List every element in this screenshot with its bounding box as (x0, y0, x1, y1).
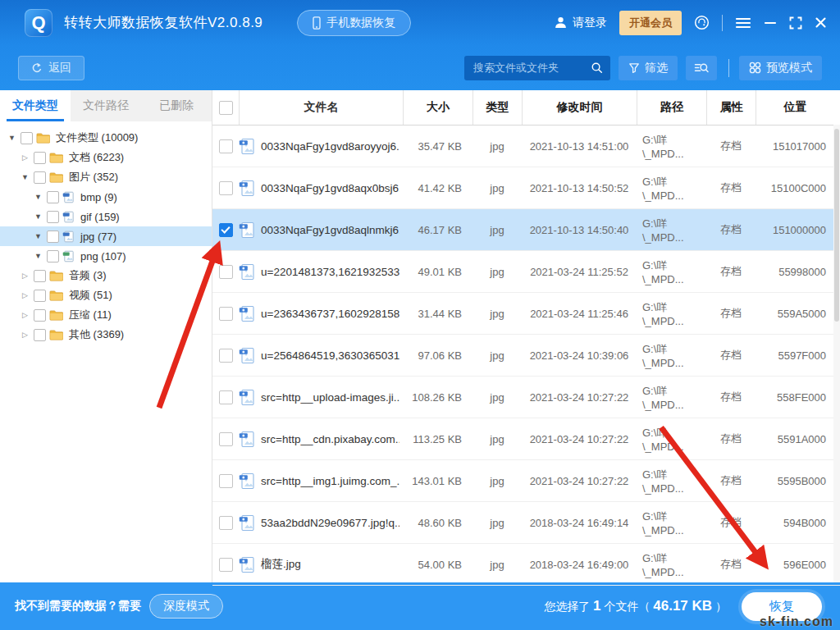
vertical-scrollbar[interactable] (833, 125, 840, 582)
table-row[interactable]: src=http__upload-images.ji...108.26 KBjp… (212, 377, 840, 418)
image-file-icon (62, 211, 75, 223)
tree-checkbox[interactable] (34, 171, 46, 184)
preview-mode-button[interactable]: 预览模式 (739, 56, 822, 80)
collapse-icon[interactable]: ▼ (33, 212, 43, 221)
cell-size: 113.25 KB (403, 418, 472, 459)
jpg-file-icon (239, 472, 254, 490)
tree-checkbox[interactable] (34, 270, 46, 282)
table-row[interactable]: src=http__cdn.pixabay.com...113.25 KBjpg… (212, 418, 840, 460)
tree-checkbox[interactable] (47, 211, 59, 223)
tab-file-path[interactable]: 文件路径 (71, 90, 141, 121)
minimize-button[interactable] (764, 16, 777, 30)
collapse-icon[interactable]: ▼ (33, 232, 43, 240)
table-row[interactable]: src=http__img1.juimg.com_...143.01 KBjpg… (212, 460, 840, 502)
collapse-icon[interactable]: ▼ (33, 252, 43, 260)
tree-item-gif[interactable]: ▼gif (159) (0, 207, 212, 226)
row-checkbox[interactable] (219, 223, 233, 237)
cell-type: jpg (472, 418, 522, 459)
table-row[interactable]: 0033NqaFgy1gvd8aroyyoj6...35.47 KBjpg202… (212, 126, 840, 167)
maximize-button[interactable] (789, 16, 802, 30)
column-header-filename[interactable]: 文件名 (239, 90, 403, 125)
column-header-attribute[interactable]: 属性 (706, 90, 756, 125)
vip-button[interactable]: 开通会员 (619, 11, 682, 35)
menu-icon[interactable] (735, 16, 751, 30)
column-header-path[interactable]: 路径 (637, 90, 706, 125)
select-all-checkbox[interactable] (219, 101, 233, 115)
row-checkbox[interactable] (219, 390, 233, 404)
deep-mode-button[interactable]: 深度模式 (149, 594, 223, 619)
tree-item-audio[interactable]: ▷音频 (3) (0, 266, 212, 285)
column-header-size[interactable]: 大小 (403, 90, 472, 125)
collapse-icon[interactable]: ▼ (20, 173, 30, 181)
close-button[interactable] (815, 16, 827, 29)
tree-checkbox[interactable] (34, 329, 46, 341)
row-checkbox[interactable] (219, 307, 233, 321)
jpg-file-icon (239, 347, 254, 364)
row-checkbox[interactable] (219, 432, 233, 446)
row-checkbox-cell (212, 251, 239, 292)
tree-item-other[interactable]: ▷其他 (3369) (0, 325, 212, 345)
back-button[interactable]: 返回 (18, 56, 84, 80)
customer-service-icon[interactable] (694, 15, 710, 30)
expand-icon[interactable]: ▷ (20, 153, 30, 162)
tab-file-type[interactable]: 文件类型 (0, 90, 71, 121)
table-body: 0033NqaFgy1gvd8aroyyoj6...35.47 KBjpg202… (212, 126, 840, 586)
phone-recovery-button[interactable]: 手机数据恢复 (297, 10, 411, 36)
row-checkbox[interactable] (219, 181, 233, 195)
tree-item-file-types[interactable]: ▼文件类型 (10009) (0, 128, 212, 148)
cell-modified: 2021-03-24 10:27:22 (522, 460, 637, 501)
expand-icon[interactable]: ▷ (20, 291, 30, 299)
row-checkbox[interactable] (219, 349, 233, 363)
cell-attribute: 存档 (706, 377, 756, 418)
search-input[interactable] (472, 61, 586, 75)
column-header-type[interactable]: 类型 (472, 90, 522, 125)
table-row[interactable]: u=2363436737,1602928158,...31.44 KBjpg20… (212, 293, 840, 335)
scrollbar-thumb[interactable] (834, 129, 839, 322)
collapse-icon[interactable]: ▼ (7, 134, 17, 142)
filter-button[interactable]: 筛选 (619, 56, 678, 80)
advanced-search-button[interactable] (686, 56, 717, 80)
column-header-location[interactable]: 位置 (756, 90, 834, 125)
row-checkbox[interactable] (219, 265, 233, 279)
row-checkbox-cell (212, 544, 239, 585)
tab-deleted[interactable]: 已删除 (141, 90, 212, 121)
tree-checkbox[interactable] (47, 250, 59, 262)
tree-item-jpg[interactable]: ▼jpg (77) (0, 226, 212, 246)
table-row[interactable]: u=2201481373,1621932533,...49.01 KBjpg20… (212, 251, 840, 293)
row-checkbox[interactable] (219, 558, 233, 572)
row-checkbox[interactable] (219, 474, 233, 488)
tree-item-documents[interactable]: ▷文档 (6223) (0, 148, 212, 167)
tree-item-images[interactable]: ▼图片 (352) (0, 167, 212, 187)
table-row[interactable]: 榴莲.jpg54.00 KBjpg2018-03-24 16:49:00G:\咩… (212, 544, 840, 586)
expand-icon[interactable]: ▷ (20, 331, 30, 339)
tree-checkbox[interactable] (47, 231, 59, 243)
column-header-modified[interactable]: 修改时间 (522, 90, 637, 125)
tree-label: 视频 (51) (69, 288, 112, 303)
tree-checkbox[interactable] (34, 152, 46, 164)
cell-type: jpg (472, 209, 522, 250)
table-row[interactable]: 53aa2bddN29e09677.jpg!q...48.60 KBjpg201… (212, 502, 840, 544)
tree-item-png[interactable]: ▼png (107) (0, 246, 212, 266)
table-row[interactable]: 0033NqaFgy1gvd8aqx0bsj6...41.42 KBjpg202… (212, 167, 840, 209)
cell-modified: 2018-03-24 16:49:00 (522, 544, 637, 585)
tree-checkbox[interactable] (34, 309, 46, 322)
search-icon[interactable] (591, 62, 603, 74)
cell-location: 151000000 (756, 209, 834, 250)
tree-checkbox[interactable] (34, 290, 46, 302)
collapse-icon[interactable]: ▼ (33, 193, 43, 201)
tree-item-archive[interactable]: ▷压缩 (11) (0, 305, 212, 325)
tree-checkbox[interactable] (21, 132, 33, 144)
tree-item-bmp[interactable]: ▼bmp (9) (0, 187, 212, 207)
tree-item-video[interactable]: ▷视频 (51) (0, 285, 212, 305)
tree-checkbox[interactable] (47, 191, 59, 203)
row-checkbox[interactable] (219, 139, 233, 153)
tree-label: 压缩 (11) (69, 308, 112, 322)
preview-grid-icon (749, 62, 761, 74)
tree-label: 其他 (3369) (69, 327, 124, 342)
row-checkbox[interactable] (219, 516, 233, 530)
expand-icon[interactable]: ▷ (20, 311, 30, 319)
login-button[interactable]: 请登录 (554, 16, 607, 30)
expand-icon[interactable]: ▷ (20, 272, 30, 280)
table-row[interactable]: 0033NqaFgy1gvd8aqlnmkj6...46.17 KBjpg202… (212, 209, 840, 251)
table-row[interactable]: u=2564864519,3630365031,...97.06 KBjpg20… (212, 335, 840, 377)
